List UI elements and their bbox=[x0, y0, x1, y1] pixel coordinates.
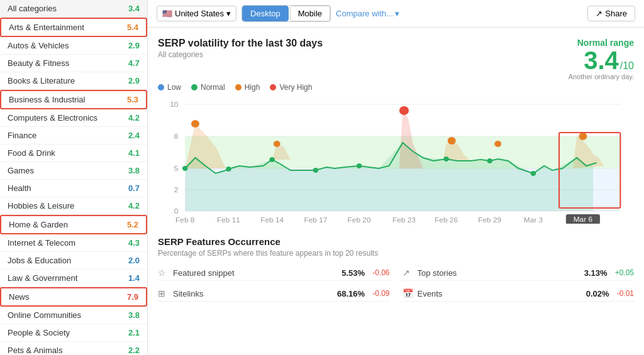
share-icon: ↗ bbox=[596, 9, 602, 18]
feature-name: Events bbox=[418, 289, 582, 298]
feature-row: ☆ Featured snippet 5.53% -0.06 bbox=[158, 265, 390, 281]
sidebar-item[interactable]: Jobs & Education2.0 bbox=[0, 252, 147, 270]
svg-point-30 bbox=[579, 133, 587, 140]
sidebar-item[interactable]: Games3.8 bbox=[0, 162, 147, 180]
svg-point-27 bbox=[274, 141, 280, 147]
legend-dot bbox=[270, 84, 276, 90]
sidebar-item-label: Jobs & Education bbox=[8, 256, 71, 265]
legend-dot bbox=[158, 84, 164, 90]
svg-text:Feb 17: Feb 17 bbox=[304, 216, 327, 224]
country-flag: 🇺🇸 bbox=[162, 9, 172, 18]
svg-text:Mar 3: Mar 3 bbox=[524, 216, 543, 224]
svg-text:Feb 11: Feb 11 bbox=[217, 216, 240, 224]
sidebar-item-label: Computers & Electronics bbox=[8, 113, 97, 123]
legend-item: High bbox=[235, 83, 260, 92]
svg-point-23 bbox=[443, 156, 449, 161]
legend-label: High bbox=[245, 83, 260, 92]
sidebar-item-value: 2.2 bbox=[128, 346, 140, 355]
svg-point-26 bbox=[191, 120, 199, 128]
sidebar-item-value: 4.7 bbox=[128, 58, 140, 68]
mobile-button[interactable]: Mobile bbox=[290, 6, 330, 21]
feature-pct: 68.16% bbox=[337, 289, 365, 298]
sidebar-item[interactable]: Business & Industrial5.3 bbox=[0, 90, 147, 109]
compare-label: Compare with... bbox=[336, 9, 393, 18]
desktop-button[interactable]: Desktop bbox=[242, 6, 289, 21]
share-label: Share bbox=[605, 9, 627, 18]
sidebar-item-label: Autos & Vehicles bbox=[8, 41, 69, 50]
legend-dot bbox=[235, 84, 242, 90]
sidebar-item-label: Beauty & Fitness bbox=[8, 58, 69, 68]
sidebar-item-value: 3.8 bbox=[128, 166, 140, 175]
sidebar-item-label: Games bbox=[8, 166, 34, 175]
sidebar-item-value: 3.4 bbox=[128, 4, 140, 13]
feature-icon: 📅 bbox=[402, 288, 414, 298]
sidebar-item[interactable]: Health0.7 bbox=[0, 180, 147, 197]
sidebar: All categories3.4Arts & Entertainment5.4… bbox=[0, 0, 148, 355]
sidebar-item-label: Internet & Telecom bbox=[8, 238, 75, 248]
sidebar-item-value: 3.8 bbox=[128, 310, 140, 320]
range-denom: /10 bbox=[620, 60, 634, 72]
sidebar-item[interactable]: People & Society2.1 bbox=[0, 324, 147, 342]
feature-icon: ⊞ bbox=[158, 288, 169, 298]
sidebar-item[interactable]: Autos & Vehicles2.9 bbox=[0, 37, 147, 55]
sidebar-item[interactable]: Books & Literature2.9 bbox=[0, 72, 147, 90]
share-button[interactable]: ↗ Share bbox=[587, 6, 635, 21]
svg-point-22 bbox=[357, 163, 362, 168]
sidebar-item-value: 2.9 bbox=[128, 41, 140, 50]
country-selector[interactable]: 🇺🇸 United States ▾ bbox=[157, 6, 236, 21]
sidebar-item[interactable]: Food & Drink4.1 bbox=[0, 145, 147, 162]
sidebar-item[interactable]: Law & Government1.4 bbox=[0, 270, 147, 287]
features-section: SERP Features Occurrence Percentage of S… bbox=[158, 236, 634, 302]
sidebar-item[interactable]: Arts & Entertainment5.4 bbox=[0, 18, 147, 37]
range-sub: Another ordinary day. bbox=[569, 73, 634, 80]
sidebar-item[interactable]: Internet & Telecom4.3 bbox=[0, 234, 147, 252]
feature-name: Featured snippet bbox=[173, 268, 338, 278]
sidebar-item-label: Books & Literature bbox=[8, 76, 75, 85]
feature-icon: ↗ bbox=[402, 268, 414, 278]
sidebar-item-value: 2.1 bbox=[128, 328, 140, 337]
sidebar-item[interactable]: Online Communities3.8 bbox=[0, 307, 147, 324]
svg-text:0: 0 bbox=[174, 207, 179, 215]
sidebar-item[interactable]: News7.9 bbox=[0, 287, 147, 307]
sidebar-item-value: 4.1 bbox=[128, 148, 140, 158]
svg-text:2: 2 bbox=[174, 186, 179, 194]
feature-pct: 5.53% bbox=[341, 268, 365, 278]
sidebar-item[interactable]: Pets & Animals2.2 bbox=[0, 342, 147, 355]
feature-row: 📅 Events 0.02% -0.01 bbox=[402, 286, 635, 302]
volatility-subtitle: All categories bbox=[158, 50, 323, 59]
volatility-section: SERP volatility for the last 30 days All… bbox=[158, 38, 634, 224]
svg-text:Feb 20: Feb 20 bbox=[348, 216, 371, 224]
feature-name: Sitelinks bbox=[173, 289, 333, 298]
sidebar-item-label: Hobbies & Leisure bbox=[8, 201, 74, 210]
svg-point-21 bbox=[313, 168, 319, 173]
features-grid: ☆ Featured snippet 5.53% -0.06 ↗ Top sto… bbox=[158, 265, 634, 302]
features-title: SERP Features Occurrence bbox=[158, 236, 634, 247]
feature-delta: -0.06 bbox=[372, 268, 389, 277]
sidebar-item[interactable]: Hobbies & Leisure4.2 bbox=[0, 197, 147, 215]
sidebar-item[interactable]: All categories3.4 bbox=[0, 0, 147, 18]
sidebar-item[interactable]: Finance2.4 bbox=[0, 127, 147, 145]
chart-legend: LowNormalHighVery High bbox=[158, 83, 634, 92]
feature-row: ⊞ Sitelinks 68.16% -0.09 bbox=[158, 286, 390, 302]
sidebar-item-label: Finance bbox=[8, 131, 36, 140]
sidebar-item[interactable]: Home & Garden5.2 bbox=[0, 215, 147, 234]
sidebar-item[interactable]: Computers & Electronics4.2 bbox=[0, 109, 147, 127]
svg-text:Feb 8: Feb 8 bbox=[175, 216, 194, 224]
feature-row: ↗ Top stories 3.13% +0.05 bbox=[402, 265, 635, 281]
chevron-down-icon: ▾ bbox=[226, 9, 231, 18]
chevron-down-icon: ▾ bbox=[395, 9, 399, 18]
range-score: 3.4 bbox=[584, 48, 619, 73]
legend-label: Normal bbox=[201, 83, 225, 92]
topbar: 🇺🇸 United States ▾ Desktop Mobile Compar… bbox=[148, 0, 644, 28]
svg-point-28 bbox=[448, 137, 456, 145]
feature-pct: 0.02% bbox=[586, 289, 609, 298]
svg-text:Mar 6: Mar 6 bbox=[574, 216, 592, 223]
compare-button[interactable]: Compare with... ▾ bbox=[336, 9, 399, 18]
legend-item: Normal bbox=[191, 83, 225, 92]
svg-text:Feb 23: Feb 23 bbox=[392, 216, 416, 224]
sidebar-item-label: Business & Industrial bbox=[9, 95, 85, 104]
legend-label: Very High bbox=[279, 83, 312, 92]
volatility-chart: 0 2 5 8 10 bbox=[158, 98, 634, 224]
sidebar-item[interactable]: Beauty & Fitness4.7 bbox=[0, 55, 147, 72]
sidebar-item-label: All categories bbox=[8, 4, 57, 13]
